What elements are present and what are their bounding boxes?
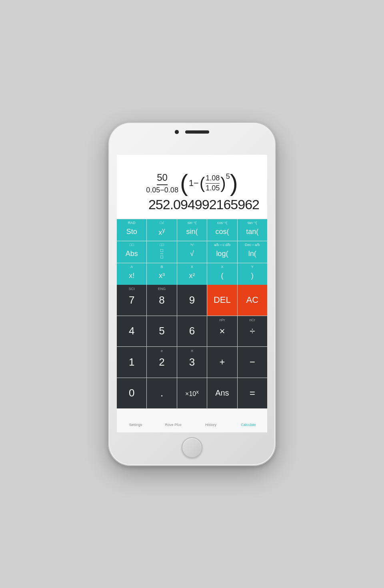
btn-9[interactable]: 9 [177, 285, 207, 316]
btn-9-label: 9 [189, 294, 195, 306]
tab-rove-plus[interactable]: Rove Plus [154, 411, 192, 428]
btn-2-label: 2 [159, 356, 164, 368]
btn-x2[interactable]: X x² [177, 263, 207, 285]
rparen-main-label: ) [251, 272, 254, 280]
btn-times[interactable]: nPr × [207, 316, 237, 347]
log-super-label: a/b↔c d/b [214, 243, 230, 247]
btn-ac[interactable]: AC [238, 285, 267, 316]
btn-1-label: 1 [129, 356, 134, 368]
btn-8-super: ENG [158, 287, 166, 291]
inner-frac-den: 1.05 [206, 184, 220, 193]
btn-0-label: 0 [129, 387, 134, 399]
abs-main-label: Abs [126, 250, 138, 258]
btn-sci-label: ×10x [185, 389, 199, 398]
ln-main-label: ln( [248, 250, 256, 258]
tab-calculate[interactable]: Calculate [230, 411, 267, 428]
ln-super-label: Dec↔a/b [245, 243, 260, 247]
fact-main-label: x! [129, 272, 134, 280]
btn-6-label: 6 [189, 325, 195, 337]
small-left-paren: ( [200, 176, 205, 190]
btn-cos[interactable]: cos⁻¹( cos( [207, 219, 237, 241]
abs-super-label: □□ [130, 243, 134, 247]
btn-3-super: π [191, 349, 193, 353]
btn-4-label: 4 [129, 325, 134, 337]
btn-ans[interactable]: Ans [207, 378, 237, 409]
frac-denominator: 0.05−0.08 [146, 185, 178, 195]
xy-main-label: xy [158, 226, 165, 237]
btn-5-label: 5 [159, 325, 164, 337]
btn-1[interactable]: 1 [117, 347, 146, 378]
tab-bar: Settings Rove Plus [117, 408, 267, 432]
frac-super-label: □□ [160, 243, 164, 247]
btn-rparen[interactable]: Y ) [238, 263, 267, 285]
btn-tan[interactable]: tan⁻¹( tan( [238, 219, 267, 241]
btn-2[interactable]: e 2 [147, 347, 176, 378]
btn-plus-label: + [219, 356, 225, 368]
home-button[interactable] [182, 437, 202, 458]
x2-super-label: X [191, 265, 193, 269]
btn-2-super: e [161, 349, 163, 353]
btn-dot[interactable]: . [147, 378, 176, 409]
sin-super-label: sin⁻¹( [188, 221, 197, 225]
x3-super-label: B [161, 265, 163, 269]
btn-eq[interactable]: = [238, 378, 267, 409]
sto-main-label: Sto [126, 228, 137, 236]
tab-calculate-label: Calculate [241, 423, 256, 427]
sto-super-label: RAD [128, 221, 136, 225]
btn-sto[interactable]: RAD Sto [117, 219, 146, 241]
btn-log[interactable]: a/b↔c d/b log( [207, 241, 237, 263]
paren-power-group: ) 5 [220, 176, 230, 190]
btn-3-label: 3 [189, 356, 195, 368]
btn-lparen[interactable]: X ( [207, 263, 237, 285]
tab-settings-label: Settings [129, 423, 142, 427]
btn-0[interactable]: 0 [117, 378, 146, 409]
small-right-paren: ) [220, 176, 226, 190]
btn-del[interactable]: DEL [207, 285, 237, 316]
tan-super-label: tan⁻¹( [248, 221, 257, 225]
inner-fraction: 1.08 1.05 [206, 174, 220, 192]
tan-main-label: tan( [246, 228, 258, 236]
sin-main-label: sin( [186, 228, 198, 236]
tab-history-label: History [205, 423, 216, 427]
inner-frac-num: 1.08 [206, 174, 220, 184]
btn-minus[interactable]: − [238, 347, 267, 378]
btn-plus[interactable]: + [207, 347, 237, 378]
result-display: 252.094992165962 [122, 195, 262, 216]
big-right-paren: ) [230, 171, 238, 195]
btn-8[interactable]: ENG 8 [147, 285, 176, 316]
cos-super-label: cos⁻¹( [217, 221, 227, 225]
btn-xy[interactable]: □√ xy [147, 219, 176, 241]
btn-4[interactable]: 4 [117, 316, 146, 347]
lparen-super-label: X [221, 265, 223, 269]
frac-main-label: □ □ [160, 248, 163, 260]
tab-history[interactable]: History [192, 411, 230, 428]
btn-x3[interactable]: B x³ [147, 263, 176, 285]
btn-minus-label: − [250, 356, 255, 368]
btn-ac-label: AC [246, 295, 259, 305]
btn-3[interactable]: π 3 [177, 347, 207, 378]
btn-sqrt[interactable]: ³√ √ [177, 241, 207, 263]
phone-top-bar [175, 130, 209, 134]
btn-eq-label: = [250, 388, 255, 399]
btn-times-super: nPr [219, 318, 225, 322]
phone-screen: 50 0.05−0.08 ( 1− ( 1.08 1.05 [117, 155, 267, 432]
btn-fact[interactable]: A x! [117, 263, 146, 285]
btn-abs[interactable]: □□ Abs [117, 241, 146, 263]
formula-display: 50 0.05−0.08 ( 1− ( 1.08 1.05 [122, 171, 262, 195]
btn-times-label: × [219, 326, 225, 337]
btn-8-label: 8 [159, 294, 164, 306]
btn-div[interactable]: nCr ÷ [238, 316, 267, 347]
cos-main-label: cos( [215, 228, 229, 236]
btn-div-super: nCr [250, 318, 256, 322]
btn-ln[interactable]: Dec↔a/b ln( [238, 241, 267, 263]
btn-sci[interactable]: ×10x [177, 378, 207, 409]
btn-frac[interactable]: □□ □ □ [147, 241, 176, 263]
dark-keypad: SCI 7 ENG 8 9 DEL AC 4 [117, 285, 267, 408]
btn-6[interactable]: 6 [177, 316, 207, 347]
phone-device: 50 0.05−0.08 ( 1− ( 1.08 1.05 [108, 122, 276, 466]
btn-5[interactable]: 5 [147, 316, 176, 347]
tab-settings[interactable]: Settings [117, 411, 154, 428]
x2-main-label: x² [189, 272, 195, 280]
btn-7[interactable]: SCI 7 [117, 285, 146, 316]
btn-sin[interactable]: sin⁻¹( sin( [177, 219, 207, 241]
